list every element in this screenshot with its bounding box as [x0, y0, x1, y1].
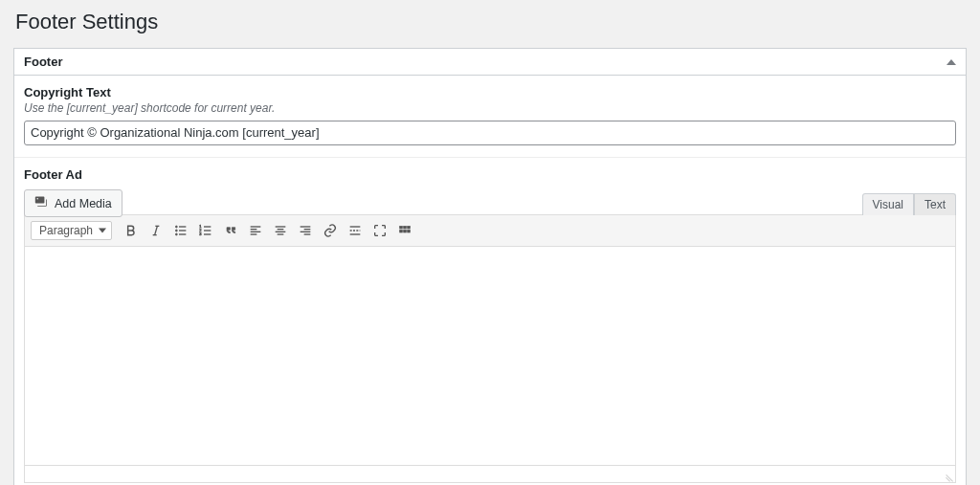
- toolbar-toggle-button[interactable]: [393, 219, 416, 242]
- svg-point-5: [175, 233, 177, 235]
- footer-ad-editor[interactable]: [24, 246, 956, 466]
- read-more-button[interactable]: [344, 219, 367, 242]
- tab-visual[interactable]: Visual: [862, 193, 914, 215]
- panel-header[interactable]: Footer: [14, 49, 966, 76]
- svg-point-4: [175, 230, 177, 231]
- footer-ad-section: Footer Ad Add Media Visual Text Para: [14, 158, 966, 485]
- copyright-label: Copyright Text: [24, 85, 956, 99]
- bold-button[interactable]: [120, 219, 143, 242]
- svg-rect-30: [400, 227, 403, 230]
- footer-panel: Footer Copyright Text Use the [current_y…: [13, 48, 967, 485]
- svg-rect-32: [408, 227, 411, 230]
- bullet-list-button[interactable]: [169, 219, 192, 242]
- fullscreen-button[interactable]: [368, 219, 391, 242]
- svg-rect-31: [404, 227, 407, 230]
- copyright-section: Copyright Text Use the [current_year] sh…: [14, 76, 966, 158]
- footer-ad-label: Footer Ad: [24, 167, 956, 182]
- editor-statusbar: [24, 466, 956, 483]
- format-select[interactable]: Paragraph: [31, 221, 112, 240]
- panel-heading: Footer: [24, 55, 62, 69]
- svg-rect-33: [400, 231, 403, 233]
- resize-grip-icon[interactable]: [942, 470, 953, 481]
- align-left-button[interactable]: [244, 219, 267, 242]
- svg-rect-35: [408, 231, 411, 233]
- blockquote-button[interactable]: [219, 219, 242, 242]
- link-button[interactable]: [319, 219, 342, 242]
- svg-point-3: [175, 226, 177, 228]
- tab-text[interactable]: Text: [914, 193, 956, 215]
- italic-button[interactable]: [145, 219, 167, 242]
- add-media-button[interactable]: Add Media: [24, 189, 122, 217]
- svg-text:3: 3: [199, 232, 202, 237]
- editor-toolbar: Paragraph 123: [24, 214, 956, 246]
- align-center-button[interactable]: [269, 219, 292, 242]
- media-icon: [34, 194, 50, 212]
- svg-rect-34: [404, 231, 407, 233]
- collapse-icon[interactable]: [947, 59, 956, 65]
- align-right-button[interactable]: [294, 219, 317, 242]
- page-title: Footer Settings: [15, 10, 967, 34]
- add-media-label: Add Media: [55, 197, 112, 210]
- numbered-list-button[interactable]: 123: [194, 219, 217, 242]
- svg-line-0: [155, 227, 158, 235]
- copyright-help: Use the [current_year] shortcode for cur…: [24, 101, 956, 115]
- copyright-input[interactable]: [24, 121, 956, 145]
